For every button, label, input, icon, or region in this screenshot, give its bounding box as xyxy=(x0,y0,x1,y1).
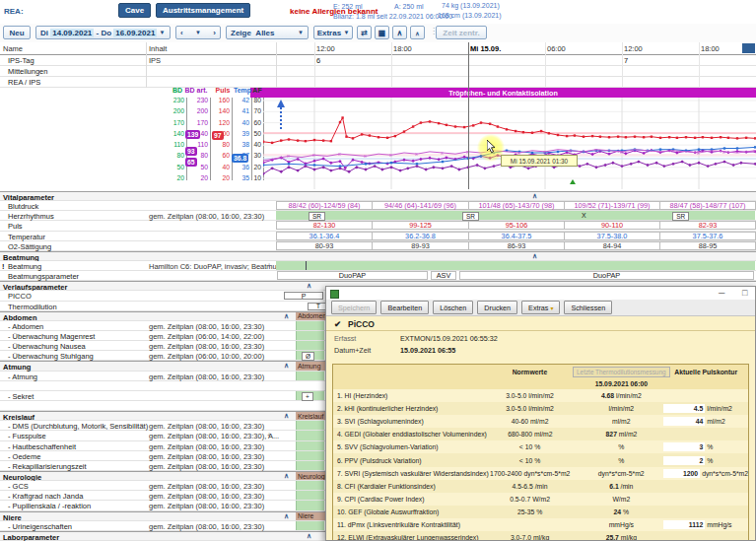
vital-value-cell[interactable]: 94/46 (64)-141/69 (96) xyxy=(372,201,469,210)
schedule-cell[interactable] xyxy=(296,491,324,500)
parameter-row[interactable]: BeatmungsparameterDuoPAPASVDuoPAP xyxy=(0,271,756,281)
vital-value-cell[interactable]: 86-93 xyxy=(468,241,565,250)
vital-value-cell[interactable]: 82-130 xyxy=(276,221,373,230)
vital-value-cell[interactable]: 99-125 xyxy=(372,221,469,230)
parameter-row[interactable]: Blutdruck88/42 (60)-124/59 (84)94/46 (64… xyxy=(0,201,756,211)
pulskontur-input[interactable]: 1200 xyxy=(663,469,700,478)
collapse-chevron-icon[interactable]: ∧ xyxy=(284,412,289,420)
bearbeiten-button[interactable]: Bearbeiten xyxy=(380,301,429,314)
minimize-icon[interactable]: ─ xyxy=(719,288,724,298)
parameter-row[interactable]: Herzrhythmusgem. Zeitplan (08:00, 16:00,… xyxy=(0,211,756,221)
nav-back-icon[interactable]: ‹ xyxy=(180,29,183,37)
vital-value-cell[interactable]: 82-93 xyxy=(659,221,756,230)
pulskontur-input[interactable]: 1112 xyxy=(663,520,705,529)
schedule-cell[interactable] xyxy=(296,331,324,340)
rhythm-badge[interactable]: SR xyxy=(462,212,479,221)
collapse-chevron-icon[interactable]: ∧ xyxy=(284,312,289,320)
vital-value-cell[interactable]: 90-110 xyxy=(564,221,660,230)
collapse-chevron-icon[interactable]: ∧ xyxy=(532,252,537,260)
collapse-chevron-icon[interactable]: ∧ xyxy=(307,282,311,290)
cave-button[interactable]: Cave xyxy=(118,3,151,18)
ventilation-mode-box[interactable]: ASV xyxy=(431,271,456,280)
zeige-select[interactable]: Zeige Alles ▼ xyxy=(226,26,309,39)
extras-button[interactable]: Extras▾ xyxy=(521,301,560,314)
ips-row[interactable]: Mitteilungen xyxy=(0,66,756,77)
datum-zeit-value[interactable]: 15.09.2021 06:55 xyxy=(400,346,455,355)
pulskontur-input[interactable]: 44 xyxy=(663,417,705,426)
parameter-row[interactable]: Puls82-13099-12595-10690-11082-93 xyxy=(0,221,756,231)
expand-plus-icon[interactable]: + xyxy=(267,432,271,439)
rhythm-badge[interactable]: SR xyxy=(309,212,325,221)
ventilation-bar[interactable] xyxy=(276,261,755,270)
expand-plus-icon[interactable]: + xyxy=(267,262,271,269)
vital-value-cell[interactable]: 37.5-37.6 xyxy=(659,232,756,240)
pulskontur-input[interactable]: 3 xyxy=(663,442,705,451)
ventilation-mode-box[interactable]: DuoPAP xyxy=(459,271,754,280)
vital-value-cell[interactable]: 88/47 (58)-148/77 (107) xyxy=(659,201,756,210)
ventilation-mode-box[interactable]: DuoPAP xyxy=(277,271,428,280)
schedule-cell[interactable] xyxy=(296,481,324,490)
nav-drop-icon[interactable]: ▼ xyxy=(195,30,201,35)
lschen-button[interactable]: Löschen xyxy=(433,301,473,314)
vital-value-cell[interactable]: 88-95 xyxy=(659,241,756,250)
vital-value-cell[interactable]: 101/48 (65)-143/70 (98) xyxy=(468,201,565,210)
schedule-cell[interactable] xyxy=(296,501,324,509)
schedule-cell[interactable] xyxy=(296,441,324,450)
pulskontur-input[interactable]: 2 xyxy=(663,456,705,465)
dialog-titlebar[interactable]: ─ □ xyxy=(326,287,755,301)
neu-button[interactable]: Neu xyxy=(3,26,31,39)
date-to-field[interactable]: 16.09.2021 xyxy=(113,29,157,37)
date-range-picker[interactable]: Di 14.09.2021 - Do 16.09.2021 ▼ xyxy=(35,26,171,39)
section-row[interactable]: Beatmung∧ xyxy=(0,251,756,261)
maximize-icon[interactable]: □ xyxy=(742,288,747,298)
schedule-badge[interactable]: Ø xyxy=(302,352,314,361)
vital-value-cell[interactable]: 84-94 xyxy=(564,241,660,250)
vital-value-cell[interactable]: 109/52 (71)-139/71 (99) xyxy=(564,201,660,210)
schedule-cell[interactable] xyxy=(296,321,324,330)
schedule-cell[interactable] xyxy=(296,372,324,380)
vital-value-cell[interactable]: 89-93 xyxy=(372,241,469,250)
austrittsmanagement-button[interactable]: Austrittsmanagement xyxy=(156,3,250,18)
collapse-chevron-icon[interactable]: ∧ xyxy=(284,472,289,480)
schedule-badge[interactable]: + xyxy=(302,392,313,401)
vital-value-cell[interactable]: 36.4-37.5 xyxy=(468,232,565,240)
extras-select[interactable]: Extras ▼ xyxy=(313,26,353,39)
schedule-cell[interactable] xyxy=(296,461,324,470)
collapse-chevron-icon[interactable]: ∧ xyxy=(284,512,289,520)
section-row[interactable]: Vitalparameter∧ xyxy=(0,191,756,201)
grid-icon-button[interactable]: ▦ xyxy=(375,26,389,39)
schedule-cell[interactable] xyxy=(296,431,324,440)
vital-value-cell[interactable]: 80-93 xyxy=(276,241,373,250)
drucken-button[interactable]: Drucken xyxy=(477,301,517,314)
schedule-cell[interactable] xyxy=(296,451,324,460)
nav-forward-icon[interactable]: › xyxy=(213,29,216,37)
measurement-marker-box[interactable]: P xyxy=(284,292,323,300)
row-name: - Überwachung Nausea xyxy=(8,342,86,351)
collapse-small-icon-button[interactable]: ∧ xyxy=(410,26,425,39)
schedule-cell[interactable] xyxy=(296,341,324,350)
rhythm-badge[interactable]: SR xyxy=(672,212,689,221)
ips-row[interactable]: IPS-TagIPS67 xyxy=(0,55,756,66)
vital-value-cell[interactable]: 88/42 (60)-124/59 (84) xyxy=(276,201,373,210)
vitals-chart-plot[interactable]: xxxxxxxxxxxxxxxxxxxx xyxy=(263,98,756,189)
vital-value-cell[interactable]: 36.1-36.4 xyxy=(276,232,373,240)
vital-value-cell[interactable]: 36.2-36.8 xyxy=(372,232,469,240)
schedule-cell[interactable] xyxy=(296,421,324,430)
parameter-row[interactable]: Beatmung!Hamilton C6: DuoPAP, invasiv; B… xyxy=(0,261,756,271)
date-from-field[interactable]: 14.09.2021 xyxy=(50,29,94,37)
parameter-row[interactable]: Temperatur36.1-36.436.2-36.836.4-37.537.… xyxy=(0,232,756,241)
ips-row[interactable]: REA / IPS xyxy=(0,77,756,88)
vital-value-cell[interactable]: 37.5-38.0 xyxy=(564,232,660,240)
calendar-dropdown-icon[interactable]: ▼ xyxy=(160,30,166,35)
pulskontur-input[interactable]: 4.5 xyxy=(663,404,705,413)
shuffle-icon-button[interactable]: ⇄ xyxy=(357,26,372,39)
parameter-row[interactable]: O2-Sättigung80-9389-9386-9384-9488-95 xyxy=(0,241,756,251)
vital-value-cell[interactable]: 95-106 xyxy=(468,221,565,230)
schliessen-button[interactable]: Schliessen xyxy=(564,301,612,314)
parameter-label: 8. CFI (Kardialer Funktionsindex) xyxy=(333,483,481,490)
collapse-chevron-icon[interactable]: ∧ xyxy=(307,532,311,540)
collapse-chevron-icon[interactable]: ∧ xyxy=(284,362,289,370)
collapse-icon-button[interactable]: ∧ xyxy=(392,26,407,39)
collapse-chevron-icon[interactable]: ∧ xyxy=(532,192,537,200)
schedule-cell[interactable] xyxy=(296,521,324,530)
